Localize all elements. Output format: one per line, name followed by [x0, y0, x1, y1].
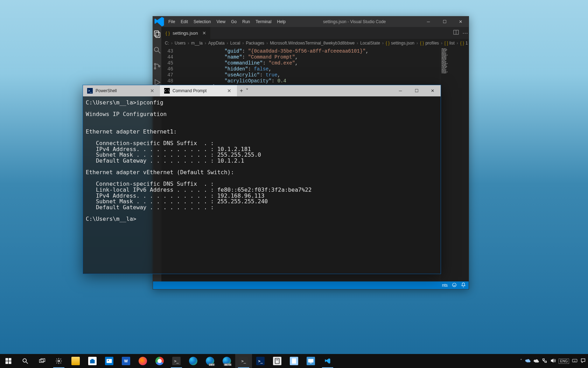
svg-point-21	[108, 360, 109, 361]
feedback-icon[interactable]	[452, 282, 457, 288]
taskbar-app-powershell[interactable]: >_	[252, 354, 269, 368]
taskbar-app-vscode[interactable]	[319, 354, 336, 368]
taskbar-app-settings[interactable]	[50, 354, 67, 368]
menu-edit[interactable]: Edit	[178, 19, 191, 24]
vscode-titlebar[interactable]: File Edit Selection View Go Run Terminal…	[153, 16, 469, 27]
breadcrumb-seg[interactable]: LocalState	[360, 41, 380, 46]
chevron-right-icon: ›	[187, 41, 190, 46]
terminal-close-button[interactable]: ✕	[425, 85, 441, 96]
windows-taskbar[interactable]: W >_ DEV BETA >_ >_	[0, 354, 588, 368]
terminal-tab-powershell[interactable]: >_ PowerShell ✕	[83, 85, 160, 96]
edge-dev-icon: DEV	[206, 357, 214, 365]
menu-file[interactable]: File	[166, 19, 178, 24]
onedrive-icon[interactable]	[525, 358, 531, 364]
vscode-minimize-button[interactable]: ─	[420, 16, 436, 27]
new-tab-dropdown-icon[interactable]: ˅	[246, 88, 248, 94]
menu-view[interactable]: View	[214, 19, 228, 24]
svg-point-5	[154, 68, 156, 69]
taskbar-app-notepad[interactable]	[286, 354, 302, 368]
chevron-right-icon: ›	[456, 41, 459, 46]
editor-minimap[interactable]: ████ ███ ██ █ ████ ██ ███ ██ ███ ████ █ …	[440, 47, 469, 281]
taskbar-app-word[interactable]: W	[118, 354, 134, 368]
tray-overflow-icon[interactable]: ˄	[520, 359, 522, 363]
task-view-button[interactable]	[34, 354, 50, 368]
terminal-tab-cmd[interactable]: C:\ Command Prompt ✕	[160, 85, 237, 96]
breadcrumb-seg[interactable]: Packages	[246, 41, 264, 46]
taskbar-app-firefox[interactable]	[134, 354, 151, 368]
terminal-minimize-button[interactable]: ─	[392, 85, 408, 96]
powershell-icon: >_	[256, 357, 265, 365]
taskbar-tray[interactable]: ˄ ENG	[518, 358, 588, 364]
status-text[interactable]: nts	[442, 283, 448, 288]
input-language-icon[interactable]: ENG	[559, 359, 569, 364]
tab-close-icon[interactable]: ✕	[149, 88, 156, 94]
volume-icon[interactable]	[550, 358, 556, 364]
network-icon[interactable]	[542, 358, 547, 364]
menu-help[interactable]: Help	[274, 19, 289, 24]
terminal-tab-bar[interactable]: >_ PowerShell ✕ C:\ Command Prompt ✕ + ˅…	[83, 85, 441, 96]
explorer-icon[interactable]	[153, 30, 161, 40]
breadcrumb-seg[interactable]: Users	[175, 41, 186, 46]
breadcrumb-seg[interactable]: C:	[165, 41, 169, 46]
action-center-icon[interactable]	[580, 358, 586, 364]
bell-icon[interactable]	[461, 282, 466, 288]
source-control-icon[interactable]	[153, 62, 161, 72]
tab-close-icon[interactable]: ✕	[202, 30, 206, 36]
menu-selection[interactable]: Selection	[191, 19, 214, 24]
vscode-close-button[interactable]: ✕	[453, 16, 469, 27]
vscode-maximize-button[interactable]: ☐	[436, 16, 453, 27]
terminal-tab-label: PowerShell	[96, 88, 117, 93]
breadcrumb-seg[interactable]: Local	[230, 41, 240, 46]
terminal-new-tab: + ˅	[237, 85, 251, 96]
taskbar-left: W >_ DEV BETA >_ >_	[0, 354, 336, 368]
taskbar-app-calculator[interactable]	[269, 354, 286, 368]
svg-rect-13	[6, 361, 8, 364]
breadcrumb-seg[interactable]: AppData	[208, 41, 225, 46]
breadcrumb-seg[interactable]: 1	[465, 41, 468, 46]
weather-cloud-icon[interactable]	[533, 358, 539, 364]
vscode-window-controls: ─ ☐ ✕	[420, 16, 469, 27]
svg-rect-27	[543, 359, 545, 360]
menu-run[interactable]: Run	[239, 19, 253, 24]
split-editor-icon[interactable]	[453, 29, 459, 36]
vscode-breadcrumb[interactable]: C:› Users› m__la› AppData› Local› Packag…	[161, 39, 469, 47]
tab-close-icon[interactable]: ✕	[226, 88, 233, 94]
taskbar-app-photos[interactable]	[101, 354, 118, 368]
terminal-maximize-button[interactable]: ☐	[408, 85, 425, 96]
taskbar-app-file-explorer[interactable]	[67, 354, 84, 368]
svg-point-4	[154, 63, 156, 65]
breadcrumb-seg[interactable]: Microsoft.WindowsTerminal_8wekyb3d8bbwe	[270, 41, 355, 46]
remote-desktop-icon	[307, 357, 315, 365]
firefox-icon	[139, 357, 147, 365]
taskbar-app-microsoft-store[interactable]	[84, 354, 101, 368]
cmd-icon: C:\	[164, 88, 170, 94]
word-icon: W	[122, 357, 130, 365]
tab-settings-json[interactable]: { } settings.json ✕	[161, 27, 211, 39]
vscode-status-bar[interactable]: nts	[153, 281, 469, 289]
taskbar-app-remote-desktop[interactable]	[302, 354, 319, 368]
taskbar-app-cmd[interactable]: >_	[168, 354, 185, 368]
breadcrumb-seg[interactable]: m__la	[191, 41, 203, 46]
more-actions-icon[interactable]: ⋯	[462, 30, 468, 36]
taskbar-app-windows-terminal[interactable]: >_	[235, 354, 252, 368]
breadcrumb-seg[interactable]: settings.json	[391, 41, 414, 46]
menu-go[interactable]: Go	[228, 19, 239, 24]
taskbar-app-edge-dev[interactable]: DEV	[202, 354, 218, 368]
vscode-logo-icon	[153, 15, 166, 28]
touch-keyboard-icon[interactable]	[572, 358, 578, 364]
terminal-tab-label: Command Prompt	[173, 88, 206, 93]
start-button[interactable]	[0, 354, 17, 368]
taskbar-search-button[interactable]	[17, 354, 34, 368]
breadcrumb-seg[interactable]: profiles	[425, 41, 439, 46]
new-tab-button[interactable]: +	[240, 88, 243, 94]
taskbar-app-chrome[interactable]	[151, 354, 168, 368]
json-object-icon: { }	[420, 41, 424, 46]
svg-line-16	[26, 362, 28, 364]
search-icon[interactable]	[153, 46, 161, 56]
chevron-right-icon: ›	[204, 41, 207, 46]
taskbar-app-edge[interactable]	[185, 354, 202, 368]
terminal-output[interactable]: C:\Users\m__la>ipconfig Windows IP Confi…	[83, 96, 441, 274]
breadcrumb-seg[interactable]: list	[449, 41, 455, 46]
menu-terminal[interactable]: Terminal	[253, 19, 274, 24]
taskbar-app-edge-beta[interactable]: BETA	[218, 354, 235, 368]
